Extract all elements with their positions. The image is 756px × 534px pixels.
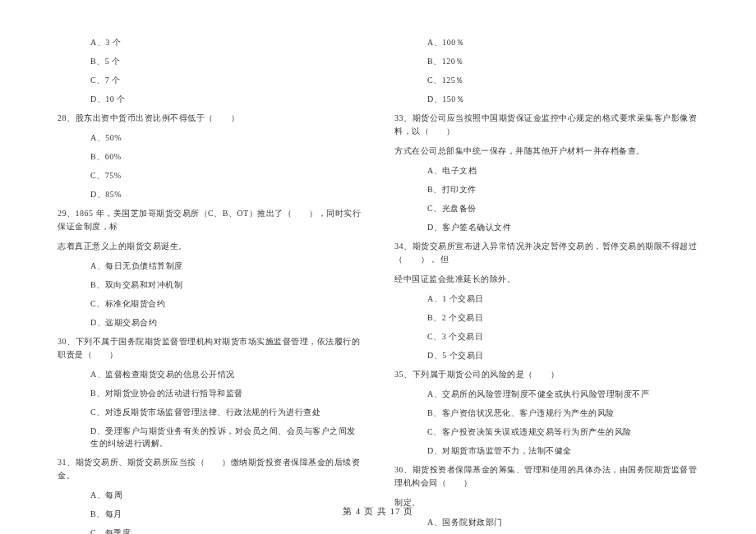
option-35b: B、客户资信状况恶化、客户违规行为产生的风险: [394, 403, 698, 422]
option-34d: D、5 个交易日: [394, 346, 698, 365]
option-28a: A、50%: [58, 128, 362, 147]
question-29-cont: 志着真正意义上的期货交易诞生。: [58, 237, 362, 256]
option-32a: A、100％: [394, 33, 698, 52]
option-35a: A、交易所的风险管理制度不健全或执行风险管理制度不严: [394, 384, 698, 403]
option-33c: C、光盘备份: [394, 199, 698, 218]
option-27d: D、10 个: [58, 90, 362, 108]
option-29c: C、标准化期货合约: [58, 294, 362, 313]
question-34-cont: 经中国证监会批准延长的除外。: [394, 269, 698, 289]
option-29d: D、远期交易合约: [58, 313, 362, 332]
question-33: 33、期货公司应当按照中国期货保证金监控中心规定的格式要求采集客户影像资料，以（…: [394, 108, 698, 141]
option-35d: D、对期货市场监管不力，法制不健全: [394, 441, 698, 460]
option-31c: C、每季度: [58, 523, 362, 534]
page-footer: 第 4 页 共 17 页: [0, 505, 756, 518]
question-30: 30、下列不属于国务院期货监督管理机构对期货市场实施监督管理，依法履行的职责是（…: [58, 332, 362, 365]
option-32b: B、120％: [394, 52, 698, 71]
option-29a: A、每日无负债结算制度: [58, 256, 362, 275]
question-29: 29、1865 年，美国芝加哥期货交易所（C、B、OT）推出了（ ），同时实行保…: [58, 204, 362, 237]
option-29b: B、双向交易和对冲机制: [58, 275, 362, 294]
question-28: 28、股东出资中货币出资比例不得低于（ ）: [58, 108, 362, 128]
option-30c: C、对违反期货市场监督管理法律、行政法规的行为进行查处: [58, 403, 362, 421]
question-35: 35、下列属于期货公司的风险的是（ ）: [394, 365, 698, 384]
option-33a: A、电子文档: [394, 161, 698, 180]
option-32c: C、125％: [394, 71, 698, 90]
option-28c: C、75%: [58, 166, 362, 185]
question-31: 31、期货交易所、期货交易所应当按（ ）缴纳期货投资者保障基金的后续资金。: [58, 453, 362, 486]
option-35c: C、客户投资决策失误或违规交易等行为所产生的风险: [394, 422, 698, 441]
question-36: 36、期货投资者保障基金的筹集、管理和使用的具体办法，由国务院期货监督管理机构会…: [394, 460, 698, 493]
option-27c: C、7 个: [58, 71, 362, 90]
option-28b: B、60%: [58, 147, 362, 166]
option-34c: C、3 个交易日: [394, 327, 698, 346]
option-34a: A、1 个交易日: [394, 289, 698, 308]
question-33-cont: 方式在公司总部集中统一保存，并随其他开户材料一并存档备查。: [394, 141, 698, 161]
question-34: 34、期货交易所宣布进入异常情况并决定暂停交易的，暂停交易的期限不得超过（ ） …: [394, 237, 698, 269]
option-33b: B、打印文件: [394, 180, 698, 199]
option-30b: B、对期货业协会的活动进行指导和监督: [58, 384, 362, 403]
option-28d: D、85%: [58, 185, 362, 204]
option-33d: D、客户签名确认文件: [394, 218, 698, 237]
option-34b: B、2 个交易日: [394, 308, 698, 327]
content-area: A、3 个 B、5 个 C、7 个 D、10 个 28、股东出资中货币出资比例不…: [58, 33, 698, 485]
right-column: A、100％ B、120％ C、125％ D、150％ 33、期货公司应当按照中…: [378, 33, 698, 485]
option-27a: A、3 个: [58, 33, 362, 52]
option-32d: D、150％: [394, 90, 698, 108]
option-30a: A、监督检查期货交易的信息公开情况: [58, 365, 362, 384]
option-30d: D、受理客户与期货业务有关的投诉，对会员之间、会员与客户之间发生的纠纷进行调解。: [58, 421, 362, 453]
left-column: A、3 个 B、5 个 C、7 个 D、10 个 28、股东出资中货币出资比例不…: [58, 33, 378, 485]
option-31a: A、每周: [58, 486, 362, 504]
option-27b: B、5 个: [58, 52, 362, 71]
